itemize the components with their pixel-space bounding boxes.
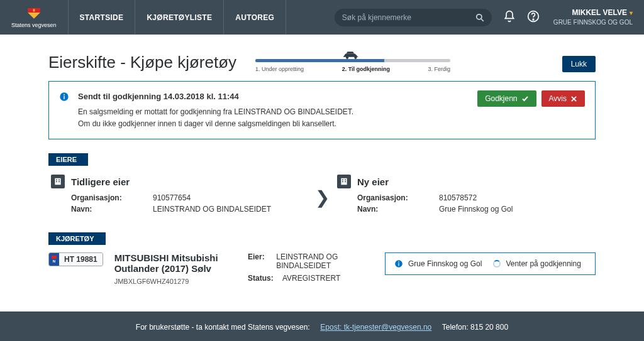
new-owner-name: Grue Finnskog og Gol	[439, 205, 513, 214]
help-icon[interactable]	[527, 10, 540, 24]
page-body: Eierskifte - Kjøpe kjøretøy 1. Under opp…	[48, 35, 596, 311]
notice-title: Sendt til godkjenning 14.03.2018 kl. 11:…	[78, 90, 239, 104]
user-menu[interactable]: MIKKEL VELVE▾ GRUE FINNSKOG OG GOL	[553, 8, 633, 26]
transfer-arrow-icon: ❯	[309, 187, 335, 208]
search-field[interactable]	[335, 9, 492, 26]
spinner-icon	[493, 260, 501, 268]
svg-point-26	[398, 261, 399, 263]
user-name: MIKKEL VELVE	[572, 8, 627, 17]
approve-button[interactable]: Godkjenn	[477, 90, 536, 107]
plate-country-icon: N	[49, 253, 59, 266]
step-2: 2. Til godkjenning	[342, 66, 390, 72]
svg-rect-19	[341, 178, 347, 185]
prev-owner-heading: Tidligere eier	[71, 176, 130, 187]
nav-kjoretoyliste[interactable]: KJØRETØYLISTE	[135, 0, 223, 35]
svg-point-6	[533, 19, 534, 20]
notice-line1: En salgsmelding er mottatt for godkjenni…	[78, 107, 353, 116]
svg-rect-16	[58, 180, 60, 181]
step-1: 1. Under oppretting	[255, 66, 304, 72]
approval-notice: Sendt til godkjenning 14.03.2018 kl. 11:…	[48, 81, 596, 139]
close-button[interactable]: Lukk	[562, 56, 596, 72]
page-title: Eierskifte - Kjøpe kjøretøy	[48, 53, 236, 72]
new-owner-heading: Ny eier	[357, 176, 389, 187]
search-icon	[475, 13, 484, 22]
label-org: Organisasjon:	[71, 193, 153, 202]
svg-marker-1	[28, 12, 40, 18]
nav-startside[interactable]: STARTSIDE	[68, 0, 135, 35]
user-org: GRUE FINNSKOG OG GOL	[553, 18, 633, 26]
vehicle-owner: LEINSTRAND OG BINDALSEIDET	[276, 252, 374, 270]
plate-number: HT 19881	[59, 253, 103, 266]
prev-owner-org: 910577654	[153, 193, 191, 202]
label-status: Status:	[248, 274, 282, 283]
chevron-down-icon: ▾	[630, 9, 633, 16]
footer-phone: Telefon: 815 20 800	[442, 323, 508, 332]
new-owner-card: Ny eier Organisasjon:810578572 Navn:Grue…	[335, 172, 596, 219]
search-input[interactable]	[342, 13, 475, 22]
reject-label: Avvis	[549, 94, 567, 103]
svg-line-4	[481, 18, 484, 21]
notice-line2: Om du ikke godkjenner innen ti dager vil…	[78, 119, 336, 128]
crest-icon	[25, 7, 43, 21]
check-icon	[521, 95, 529, 102]
svg-rect-2	[33, 9, 35, 11]
svg-rect-23	[345, 181, 346, 183]
svg-rect-10	[64, 96, 64, 99]
label-org: Organisasjon:	[357, 193, 439, 202]
reject-button[interactable]: Avvis	[541, 90, 585, 107]
previous-owner-card: Tidligere eier Organisasjon:910577654 Na…	[48, 172, 309, 219]
license-plate: N HT 19881	[48, 252, 103, 266]
vehicle-tag: KJØRETØY	[48, 232, 106, 245]
building-icon	[337, 175, 351, 188]
vehicle-title: MITSUBISHI Mitsubishi Outlander (2017) S…	[114, 252, 236, 274]
vehicle-vin: JMBXLGF6WHZ401279	[114, 278, 236, 285]
footer: For brukerstøtte - ta kontakt med Staten…	[0, 311, 644, 341]
status-state: Venter på godkjenning	[506, 259, 580, 268]
approve-label: Godkjenn	[485, 94, 517, 103]
vehicle-status: AVREGISTRERT	[282, 274, 340, 283]
top-bar: Statens vegvesen STARTSIDE KJØRETØYLISTE…	[0, 0, 644, 35]
nav-autoreg[interactable]: AUTOREG	[223, 0, 286, 35]
svg-rect-14	[55, 178, 60, 185]
owners-section: Tidligere eier Organisasjon:910577654 Na…	[48, 172, 596, 219]
primary-nav: STARTSIDE KJØRETØYLISTE AUTOREG	[68, 0, 287, 35]
brand-logo[interactable]: Statens vegvesen	[11, 7, 57, 28]
svg-point-7	[346, 57, 348, 59]
svg-rect-18	[58, 181, 60, 183]
status-buyer: Grue Finnskog og Gol	[408, 259, 482, 268]
approval-status-box: Grue Finnskog og Gol Venter på godkjenni…	[385, 252, 596, 275]
svg-rect-20	[342, 180, 343, 181]
svg-rect-22	[342, 181, 343, 183]
svg-rect-25	[398, 263, 399, 266]
svg-rect-15	[56, 180, 57, 181]
info-icon	[59, 92, 69, 104]
svg-rect-17	[56, 181, 57, 183]
label-owner: Eier:	[248, 252, 276, 270]
svg-point-8	[355, 57, 357, 59]
car-icon	[341, 50, 362, 60]
footer-text: For brukerstøtte - ta kontakt med Staten…	[136, 323, 310, 332]
progress-indicator: 1. Under oppretting 2. Til godkjenning 3…	[255, 48, 450, 72]
label-name: Navn:	[71, 205, 153, 214]
brand-label: Statens vegvesen	[11, 22, 57, 28]
footer-email-link[interactable]: Epost: tk-tjenester@vegvesen.no	[320, 323, 431, 332]
svg-rect-21	[345, 180, 346, 181]
owners-tag: EIERE	[48, 153, 88, 166]
step-3: 3. Ferdig	[428, 66, 451, 72]
new-owner-org: 810578572	[439, 193, 477, 202]
label-name: Navn:	[357, 205, 439, 214]
prev-owner-name: LEINSTRAND OG BINDALSEIDET	[153, 205, 271, 214]
info-icon	[394, 259, 403, 268]
vehicle-section: N HT 19881 MITSUBISHI Mitsubishi Outland…	[48, 252, 596, 286]
building-icon	[51, 175, 65, 188]
svg-point-11	[64, 94, 65, 95]
close-icon	[570, 95, 577, 102]
notifications-icon[interactable]	[503, 10, 516, 24]
svg-point-3	[477, 14, 482, 19]
